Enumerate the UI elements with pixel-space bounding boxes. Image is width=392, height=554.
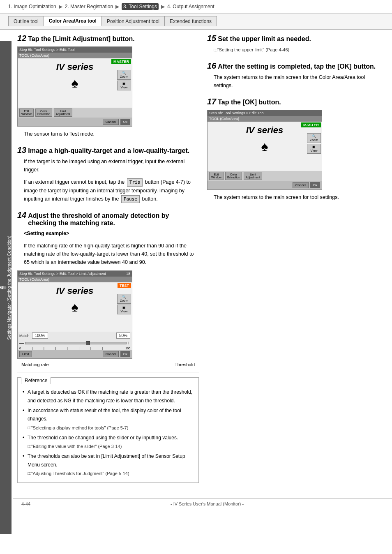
screen-17-func-bar: EditWindow ColorExtraction LimitAdjustme…	[208, 171, 322, 181]
screen-17-view-btn: ▣ View	[307, 144, 321, 154]
step-14-title: Adjust the threshold of anomaly detectio…	[28, 212, 199, 227]
step-16-number: 16	[207, 61, 216, 71]
screen-14-ok-btn: Ok	[120, 351, 130, 357]
reference-link-2: "Selecting a display method for tools" (…	[28, 424, 128, 432]
pause-button: Pause	[121, 195, 140, 203]
screen-14-title: TOOL (ColorArea)	[18, 277, 132, 282]
reference-item-3: The threshold can be changed using the s…	[23, 434, 194, 450]
step-15-number: 15	[207, 34, 216, 43]
screen-14-slider-ticks: 0||||||||100	[18, 347, 132, 350]
main-content: 12 Tap the [Limit Adjustment] button. St…	[13, 30, 392, 499]
footer-left: 4-44	[21, 501, 30, 506]
screen-14-slider-track	[25, 342, 127, 344]
screen-14-plus-btn: +	[127, 340, 130, 346]
reference-link-4: "Adjusting Thresholds for Judgment" (Pag…	[28, 470, 129, 478]
screen-12-func-bar: EditWindow ColorExtraction LimitAdjustme…	[18, 108, 132, 118]
screen-17-badge: MASTER	[301, 122, 321, 127]
step-16-title: After the setting is completed, tap the …	[218, 63, 376, 70]
screen-17-limit-btn: LimitAdjustment	[244, 172, 262, 180]
side-tab-label: Settings Navigator (Setting the Judgment…	[7, 235, 12, 340]
screen-12-badge: MASTER	[111, 59, 131, 64]
side-tab: 4 Settings Navigator (Setting the Judgme…	[0, 41, 12, 534]
breadcrumb-arrow-1: ▶	[59, 4, 62, 9]
tab-position-adjustment-tool[interactable]: Position Adjustment tool	[102, 16, 165, 26]
step-17-body: The system returns to the main screen fo…	[214, 193, 384, 201]
tab-color-area-tool[interactable]: Color Area/Area tool	[44, 16, 102, 26]
reference-item-4: The thresholds can also be set in [Limit…	[23, 452, 194, 478]
reference-content: A target is detected as OK if the matchi…	[18, 385, 198, 482]
step-12-screen: Step 8b: Tool Settings > Edit: Tool TOOL…	[17, 46, 132, 127]
tab-outline-tool[interactable]: Outline tool	[8, 16, 44, 26]
tab-extended-functions[interactable]: Extended functions	[165, 16, 217, 26]
step-12-block: 12 Tap the [Limit Adjustment] button. St…	[17, 34, 199, 138]
step-17-block: 17 Tap the [OK] button. Step 8b: Tool Se…	[207, 97, 384, 201]
footer-center: - IV Series User's Manual (Monitor) -	[171, 501, 244, 506]
caption-threshold: Threshold	[175, 362, 195, 367]
reference-link-3: "Editing the value with the slider" (Pag…	[28, 443, 122, 450]
screen-14-cancel-btn: Cancel	[103, 351, 119, 357]
step-14-body: If the matching rate of the high-quality…	[24, 242, 199, 266]
step-13-para1: If the target is to be imaged using an e…	[24, 157, 199, 174]
step-17-heading: 17 Tap the [OK] button.	[207, 97, 384, 106]
screen-12-body: MASTER IV series ♠ 🔍 Zoom ▣ View	[18, 58, 132, 108]
step-14-heading: 14 Adjust the threshold of anomaly detec…	[17, 210, 199, 227]
screen-12-view-btn: ▣ View	[117, 81, 131, 90]
page-footer: 4-44 - IV Series User's Manual (Monitor)…	[13, 499, 392, 509]
step-15-link: "Setting the upper limit" (Page 4-46)	[214, 46, 289, 54]
screen-14-slider-area: — +	[18, 339, 132, 347]
caption-matching-rate: Matching rate	[21, 362, 49, 367]
breadcrumb-item-1: 1. Image Optimization	[8, 4, 56, 9]
step-14-subheading: <Setting example>	[24, 229, 199, 238]
step-15-block: 15 Set the upper limit as needed. "Setti…	[207, 34, 384, 54]
screen-17-color-btn: ColorExtraction	[225, 172, 242, 180]
breadcrumb-arrow-3: ▶	[161, 4, 165, 9]
step-12-body: The sensor turns to Test mode.	[24, 130, 199, 138]
screen-14-slider-thumb	[86, 341, 90, 345]
screen-14-limit-btn: Limit	[19, 351, 32, 357]
screen-12-limit-btn: LimitAdjustment	[54, 108, 72, 117]
reference-box: Reference A target is detected as OK if …	[17, 377, 199, 483]
side-tab-number: 4	[0, 286, 6, 289]
screen-12-zoom-btn: 🔍 Zoom	[117, 70, 131, 80]
screen-14-topbar: Step 8b: Tool Settings > Edit: Tool > Li…	[18, 271, 132, 277]
breadcrumb-item-3-active: 3. Tool Settings	[122, 3, 159, 10]
step-16-body: The system returns to the main screen fo…	[214, 73, 384, 90]
reference-item-2: In accordance with status result of the …	[23, 406, 194, 432]
step-12-heading: 12 Tap the [Limit Adjustment] button.	[17, 34, 199, 43]
reference-list: A target is detected as OK if the matchi…	[23, 388, 194, 478]
screen-17-series: IV series	[246, 125, 284, 136]
step-14-captions: Matching rate Threshold	[17, 362, 199, 367]
screen-14-badge: TEST	[118, 283, 131, 288]
screen-17-cancel-btn: Cancel	[293, 182, 309, 188]
screen-12-title: TOOL (ColorArea)	[18, 53, 132, 58]
screen-12-cancel-btn: Cancel	[103, 119, 119, 125]
breadcrumb-item-4: 4. Output Assignment	[167, 4, 214, 9]
step-15-heading: 15 Set the upper limit as needed.	[207, 34, 384, 43]
step-14-number: 14	[17, 210, 26, 220]
left-column: 12 Tap the [Limit Adjustment] button. St…	[17, 34, 199, 490]
step-13-title: Image a high-quality-target and a low-qu…	[28, 147, 189, 155]
screen-12-topbar: Step 8b: Tool Settings > Edit: Tool	[18, 47, 132, 53]
screen-12-ok-btn: Ok	[120, 119, 130, 125]
step-16-block: 16 After the setting is completed, tap t…	[207, 61, 384, 90]
reference-label: Reference	[21, 377, 51, 384]
step-14-screen: Step 8b: Tool Settings > Edit: Tool > Li…	[17, 270, 132, 359]
reference-label-wrapper: Reference	[18, 378, 198, 385]
screen-14-match-label: Match	[19, 334, 30, 338]
screen-17-body: MASTER IV series ♠ 🔍 Zoom ▣ View	[208, 122, 322, 171]
breadcrumb-arrow-2: ▶	[115, 4, 119, 9]
screen-14-body: TEST IV series ♠ 🔍 Zoom ▣ View	[18, 282, 132, 332]
screen-17-title: TOOL (ColorArea)	[208, 116, 322, 122]
screen-17-edit-btn: EditWindow	[209, 172, 224, 180]
reference-item-1: A target is detected as OK if the matchi…	[23, 388, 194, 405]
step-14-block: 14 Adjust the threshold of anomaly detec…	[17, 210, 199, 483]
screen-17-ok-btn: Ok	[310, 182, 320, 188]
screen-12-series: IV series	[56, 62, 94, 72]
screen-14-side-btns: 🔍 Zoom ▣ View	[117, 294, 131, 314]
step-16-heading: 16 After the setting is completed, tap t…	[207, 61, 384, 71]
step-13-block: 13 Image a high-quality-target and a low…	[17, 145, 199, 203]
screen-14-bottom-bar: Limit Cancel Ok	[18, 350, 132, 358]
screen-14-spade: ♠	[71, 300, 78, 315]
right-column: 15 Set the upper limit as needed. "Setti…	[207, 34, 384, 490]
breadcrumb-item-2: 2. Master Registration	[65, 4, 113, 9]
